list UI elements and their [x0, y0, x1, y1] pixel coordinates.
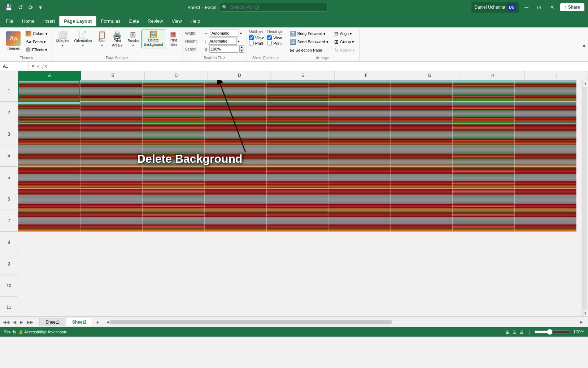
menu-help[interactable]: Help: [186, 16, 205, 26]
sheet-tab-sheet1[interactable]: Sheet1: [39, 318, 65, 326]
hscroll-right[interactable]: ▶: [579, 319, 584, 325]
scale-up-button[interactable]: ▲: [239, 45, 244, 49]
vertical-scrollbar[interactable]: ▲ ▼: [582, 80, 588, 316]
col-header-c[interactable]: C: [145, 71, 208, 80]
menu-review[interactable]: Review: [143, 16, 167, 26]
menu-home[interactable]: Home: [18, 16, 39, 26]
print-titles-button[interactable]: ▦ PrintTitles: [166, 30, 180, 48]
colors-button[interactable]: Colors ▾: [24, 30, 49, 38]
headings-print-checkbox[interactable]: [267, 41, 272, 45]
send-backward-button[interactable]: ⬇️ Send Backward ▾: [287, 38, 331, 46]
undo-button[interactable]: ↺: [17, 3, 24, 12]
delete-background-button[interactable]: 🖼️ DeleteBackground: [141, 30, 165, 48]
horizontal-scrollbar[interactable]: ◀ ▶: [106, 319, 584, 325]
sheet-tab-sheet2[interactable]: Sheet2: [66, 318, 92, 326]
row-header-1[interactable]: 1: [0, 80, 18, 102]
width-dropdown[interactable]: ▾: [240, 31, 242, 35]
themes-button[interactable]: Aa Themes: [4, 30, 23, 53]
normal-view-button[interactable]: ⊞: [505, 329, 511, 336]
row-header-3[interactable]: 3: [0, 123, 18, 145]
page-setup-expand-icon[interactable]: ↗: [126, 56, 129, 60]
col-header-i[interactable]: I: [525, 71, 588, 80]
formula-confirm-button[interactable]: ✓: [36, 63, 40, 69]
gridlines-print-checkbox[interactable]: [249, 41, 254, 45]
height-dropdown[interactable]: ▾: [238, 39, 240, 43]
name-box[interactable]: [0, 62, 29, 71]
search-input[interactable]: [219, 3, 327, 12]
customize-qat-button[interactable]: ▾: [38, 3, 43, 12]
row-header-7[interactable]: 7: [0, 210, 18, 232]
headings-view-checkbox[interactable]: [267, 35, 272, 40]
row-header-9[interactable]: 9: [0, 253, 18, 275]
ribbon-scroll-up[interactable]: ▲: [582, 42, 587, 48]
headings-print-check[interactable]: Print: [267, 41, 282, 45]
add-sheet-button[interactable]: +: [93, 318, 102, 327]
tab-nav-first[interactable]: ◀◀: [1, 319, 11, 325]
align-button[interactable]: ⊟ Align ▾: [332, 30, 357, 38]
hscroll-thumb[interactable]: [110, 320, 392, 324]
gridlines-view-check[interactable]: View: [249, 35, 264, 40]
restore-button[interactable]: ⊡: [534, 3, 544, 12]
tab-nav-last[interactable]: ▶▶: [25, 319, 35, 325]
scroll-up-button[interactable]: ▲: [583, 80, 588, 86]
gridlines-view-checkbox[interactable]: [249, 35, 254, 40]
gridlines-print-check[interactable]: Print: [249, 41, 264, 45]
formula-cancel-button[interactable]: ✕: [31, 63, 35, 69]
page-break-view-button[interactable]: ⊟: [518, 329, 524, 336]
col-header-e[interactable]: E: [271, 71, 335, 80]
menu-page-layout[interactable]: Page Layout: [59, 16, 96, 26]
scale-input[interactable]: [209, 45, 238, 53]
size-button[interactable]: 📋 Size▾: [95, 30, 109, 49]
close-button[interactable]: ✕: [547, 3, 557, 12]
bring-forward-button[interactable]: ⬆️ Bring Forward ▾: [287, 30, 331, 38]
scale-down-button[interactable]: ▼: [239, 49, 244, 53]
breaks-button[interactable]: ⊞ Breaks▾: [125, 30, 141, 49]
col-header-a[interactable]: A: [18, 71, 81, 80]
row-header-4[interactable]: 4: [0, 145, 18, 167]
page-layout-view-button[interactable]: ⊡: [511, 329, 518, 336]
row-header-6[interactable]: 6: [0, 188, 18, 210]
row-header-11[interactable]: 11: [0, 297, 18, 316]
menu-view[interactable]: View: [167, 16, 186, 26]
hscroll-track[interactable]: [110, 320, 579, 324]
corner-cell[interactable]: [0, 71, 18, 80]
headings-view-check[interactable]: View: [267, 35, 282, 40]
share-button[interactable]: ↑ Share: [560, 3, 584, 11]
save-button[interactable]: 💾: [4, 3, 14, 12]
menu-formulas[interactable]: Formulas: [96, 16, 125, 26]
scale-expand-icon[interactable]: ↗: [223, 56, 226, 60]
fonts-button[interactable]: Aa Fonts ▾: [24, 38, 49, 46]
row-header-2[interactable]: 2: [0, 102, 18, 123]
effects-button[interactable]: Effects ▾: [24, 46, 49, 53]
zoom-slider[interactable]: [534, 329, 570, 335]
group-button[interactable]: ⊞ Group ▾: [332, 38, 357, 46]
formula-insert-button[interactable]: ƒx: [42, 63, 47, 69]
selection-pane-button[interactable]: ⊞ Selection Pane: [287, 46, 331, 54]
tab-nav-prev[interactable]: ◀: [12, 319, 18, 325]
col-header-g[interactable]: G: [398, 71, 461, 80]
menu-data[interactable]: Data: [125, 16, 143, 26]
minimize-button[interactable]: ─: [522, 3, 531, 12]
col-header-f[interactable]: F: [335, 71, 398, 80]
sheet-options-expand-icon[interactable]: ↗: [276, 56, 279, 60]
height-input[interactable]: [208, 38, 237, 45]
user-badge[interactable]: Daniel Uchenna DU: [471, 2, 519, 13]
col-header-d[interactable]: D: [208, 71, 271, 80]
col-header-h[interactable]: H: [461, 71, 524, 80]
menu-insert[interactable]: Insert: [39, 16, 60, 26]
width-input[interactable]: [210, 30, 239, 37]
col-header-b[interactable]: B: [81, 71, 144, 80]
menu-file[interactable]: File: [1, 16, 18, 26]
scroll-thumb-v[interactable]: [583, 87, 587, 310]
tab-nav-next[interactable]: ▶: [18, 319, 25, 325]
formula-input[interactable]: [49, 63, 588, 70]
scroll-down-button[interactable]: ▼: [583, 310, 588, 316]
row-header-8[interactable]: 8: [0, 232, 18, 253]
grid-area[interactable]: Delete Background: [18, 80, 582, 316]
orientation-button[interactable]: 📄 Orientation▾: [72, 30, 94, 49]
redo-button[interactable]: ⟳: [27, 3, 35, 12]
hscroll-left[interactable]: ◀: [106, 319, 110, 325]
row-header-10[interactable]: 10: [0, 275, 18, 297]
row-header-5[interactable]: 5: [0, 167, 18, 188]
print-area-button[interactable]: 🖨️ PrintArea ▾: [110, 30, 125, 49]
